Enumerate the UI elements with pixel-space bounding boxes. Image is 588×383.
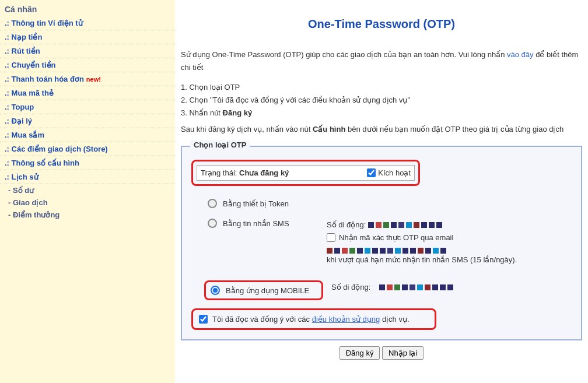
radio-token[interactable] [208,199,217,208]
email-otp-checkbox[interactable] [327,233,335,242]
sidebar-item-config[interactable]: .: Thông số cấu hình [0,156,175,170]
step-2: 2. Chọn "Tôi đã đọc và đồng ý với các đi… [181,94,582,107]
main-content: One-Time Password (OTP) Sử dụng One-Time… [175,0,588,383]
sidebar-item-deposit[interactable]: .: Nạp tiền [0,30,175,44]
reset-button[interactable]: Nhập lại [382,346,424,360]
radio-mobile-label: Bằng ứng dụng MOBILE [226,286,309,295]
radio-sms[interactable] [208,219,217,228]
sidebar-header: Cá nhân [0,2,175,16]
masked-email [327,248,446,254]
page-title: One-Time Password (OTP) [181,17,582,31]
status-value: Chưa đăng ký [239,168,289,177]
radio-token-label: Bằng thiết bị Token [223,199,289,208]
masked-phone-1 [368,222,442,228]
sidebar-item-agent[interactable]: .: Đại lý [0,114,175,128]
sidebar-item-topup[interactable]: .: Topup [0,100,175,114]
button-row: Đăng ký Nhập lại [181,346,582,360]
sidebar-item-history[interactable]: .: Lịch sử [0,170,175,184]
sidebar-item-transfer[interactable]: .: Chuyển tiền [0,58,175,72]
sidebar-item-stores[interactable]: .: Các điểm giao dịch (Store) [0,142,175,156]
register-button[interactable]: Đăng ký [340,346,380,360]
sidebar: Cá nhân .: Thông tin Ví điện tử .: Nạp t… [0,0,175,383]
masked-phone-2 [379,284,453,290]
status-label: Trạng thái: [201,168,239,177]
radio-mobile[interactable] [211,286,220,295]
steps-list: 1. Chọn loại OTP 2. Chọn "Tôi đã đọc và … [181,81,582,120]
option-mobile-row-highlight: Bằng ứng dụng MOBILE [204,280,323,300]
fieldset-legend: Chọn loại OTP [190,140,250,149]
sidebar-item-withdraw[interactable]: .: Rút tiền [0,44,175,58]
after-register-text: Sau khi đăng ký dịch vụ, nhấn vào nút Cấ… [181,123,582,136]
intro-link[interactable]: vào đây [507,50,534,59]
terms-link[interactable]: điều khoản sử dụng [312,315,380,324]
new-badge: new! [86,76,101,83]
status-row-highlight: Trạng thái: Chưa đăng ký Kích hoạt [191,160,420,186]
sidebar-item-bill-payment[interactable]: .: Thanh toán hóa đơnnew! [0,72,175,86]
step-1: 1. Chọn loại OTP [181,81,582,94]
intro-text: Sử dụng One-Time Password (OTP) giúp cho… [181,48,582,74]
sidebar-item-buy-card[interactable]: .: Mua mã thẻ [0,86,175,100]
sidebar-sub-rewards[interactable]: - Điểm thưởng [0,209,175,221]
sidebar-item-wallet-info[interactable]: .: Thông tin Ví điện tử [0,16,175,30]
agree-row-highlight: Tôi đã đọc và đồng ý với các điều khoản … [191,308,436,330]
radio-sms-label: Bằng tin nhắn SMS [223,219,289,228]
sms-mobile-label: Số di động: [327,220,366,229]
sidebar-sub-balance[interactable]: - Số dư [0,184,175,196]
sidebar-item-shopping[interactable]: .: Mua sắm [0,128,175,142]
option-token-row: Bằng thiết bị Token [208,199,572,208]
agree-checkbox[interactable] [199,315,208,324]
mobile-mobile-label: Số di động: [331,283,370,291]
status-row: Trạng thái: Chưa đăng ký Kích hoạt [197,165,415,181]
otp-fieldset: Chọn loại OTP Trạng thái: Chưa đăng ký K… [181,146,582,340]
step-3: 3. Nhấn nút Đăng ký [181,107,582,120]
sidebar-sub-transactions[interactable]: - Giao dịch [0,196,175,209]
email-otp-label: Nhận mã xác thực OTP qua email [339,231,453,244]
sms-limit-text: khi vượt quá hạn mức nhận tin nhắn SMS (… [327,254,572,266]
activate-label: Kích hoạt [378,168,411,177]
activate-checkbox[interactable] [367,168,376,177]
option-sms-row: Bằng tin nhắn SMS [208,219,318,228]
